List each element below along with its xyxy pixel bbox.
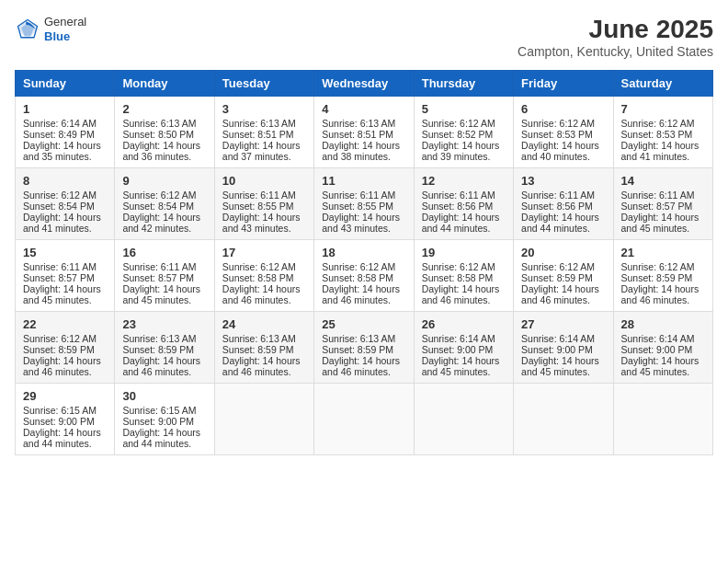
title-area: June 2025 Campton, Kentucky, United Stat… xyxy=(518,15,713,59)
calendar-cell: 1 Sunrise: 6:14 AM Sunset: 8:49 PM Dayli… xyxy=(16,97,115,168)
day-number: 26 xyxy=(422,317,506,331)
page-header: General Blue June 2025 Campton, Kentucky… xyxy=(15,15,713,59)
day-number: 8 xyxy=(23,174,107,188)
sunset-label: Sunset: 9:00 PM xyxy=(422,344,494,355)
daylight-label: Daylight: 14 hours and 44 minutes. xyxy=(521,212,599,234)
day-number: 1 xyxy=(23,102,107,116)
day-header-sunday: Sunday xyxy=(16,71,115,97)
day-number: 29 xyxy=(23,389,107,403)
calendar-cell: 6 Sunrise: 6:12 AM Sunset: 8:53 PM Dayli… xyxy=(514,97,613,168)
sunrise-label: Sunrise: 6:11 AM xyxy=(322,190,395,201)
daylight-label: Daylight: 14 hours and 40 minutes. xyxy=(521,140,599,162)
calendar-week-3: 15 Sunrise: 6:11 AM Sunset: 8:57 PM Dayl… xyxy=(16,240,713,312)
calendar-cell: 9 Sunrise: 6:12 AM Sunset: 8:54 PM Dayli… xyxy=(115,168,214,240)
sunrise-label: Sunrise: 6:11 AM xyxy=(422,190,495,201)
calendar-cell: 2 Sunrise: 6:13 AM Sunset: 8:50 PM Dayli… xyxy=(115,97,214,168)
calendar-cell: 27 Sunrise: 6:14 AM Sunset: 9:00 PM Dayl… xyxy=(514,312,613,384)
calendar-table: SundayMondayTuesdayWednesdayThursdayFrid… xyxy=(15,70,713,455)
sunset-label: Sunset: 8:52 PM xyxy=(422,129,494,140)
sunset-label: Sunset: 8:59 PM xyxy=(122,344,194,355)
day-number: 7 xyxy=(621,102,705,116)
sunrise-label: Sunrise: 6:14 AM xyxy=(422,333,495,344)
daylight-label: Daylight: 14 hours and 45 minutes. xyxy=(621,355,700,377)
sunset-label: Sunset: 8:59 PM xyxy=(322,344,393,355)
sunset-label: Sunset: 8:51 PM xyxy=(322,129,393,140)
calendar-cell: 7 Sunrise: 6:12 AM Sunset: 8:53 PM Dayli… xyxy=(613,97,712,168)
day-number: 27 xyxy=(521,317,605,331)
sunrise-label: Sunrise: 6:13 AM xyxy=(222,118,296,129)
daylight-label: Daylight: 14 hours and 46 minutes. xyxy=(621,283,700,305)
sunset-label: Sunset: 9:00 PM xyxy=(122,416,194,427)
sunrise-label: Sunrise: 6:13 AM xyxy=(322,333,395,344)
calendar-cell: 14 Sunrise: 6:11 AM Sunset: 8:57 PM Dayl… xyxy=(613,168,712,240)
sunrise-label: Sunrise: 6:15 AM xyxy=(122,405,196,416)
daylight-label: Daylight: 14 hours and 46 minutes. xyxy=(322,283,400,305)
logo-general: General xyxy=(44,15,86,29)
daylight-label: Daylight: 14 hours and 46 minutes. xyxy=(222,355,301,377)
sunset-label: Sunset: 8:58 PM xyxy=(222,272,294,283)
sunset-label: Sunset: 8:53 PM xyxy=(521,129,593,140)
day-number: 19 xyxy=(422,246,506,259)
daylight-label: Daylight: 14 hours and 36 minutes. xyxy=(122,140,200,162)
daylight-label: Daylight: 14 hours and 44 minutes. xyxy=(422,212,500,234)
calendar-cell: 30 Sunrise: 6:15 AM Sunset: 9:00 PM Dayl… xyxy=(115,384,214,455)
day-number: 11 xyxy=(322,174,405,188)
sunrise-label: Sunrise: 6:11 AM xyxy=(621,190,695,201)
daylight-label: Daylight: 14 hours and 45 minutes. xyxy=(23,283,101,305)
sunset-label: Sunset: 9:00 PM xyxy=(521,344,593,355)
calendar-body: 1 Sunrise: 6:14 AM Sunset: 8:49 PM Dayli… xyxy=(16,97,713,455)
calendar-cell: 11 Sunrise: 6:11 AM Sunset: 8:55 PM Dayl… xyxy=(314,168,414,240)
day-number: 21 xyxy=(621,246,705,259)
daylight-label: Daylight: 14 hours and 38 minutes. xyxy=(322,140,400,162)
logo-blue: Blue xyxy=(44,29,86,44)
calendar-week-5: 29 Sunrise: 6:15 AM Sunset: 9:00 PM Dayl… xyxy=(16,384,713,455)
page-subtitle: Campton, Kentucky, United States xyxy=(518,44,713,59)
calendar-cell xyxy=(514,384,613,455)
sunset-label: Sunset: 8:54 PM xyxy=(122,201,194,212)
daylight-label: Daylight: 14 hours and 43 minutes. xyxy=(222,212,301,234)
day-number: 28 xyxy=(621,317,705,331)
day-number: 10 xyxy=(222,174,306,188)
sunset-label: Sunset: 8:58 PM xyxy=(422,272,494,283)
calendar-header-row: SundayMondayTuesdayWednesdayThursdayFrid… xyxy=(16,71,713,97)
calendar-cell: 13 Sunrise: 6:11 AM Sunset: 8:56 PM Dayl… xyxy=(514,168,613,240)
daylight-label: Daylight: 14 hours and 41 minutes. xyxy=(621,140,700,162)
calendar-cell xyxy=(314,384,414,455)
day-number: 24 xyxy=(222,317,306,331)
day-number: 18 xyxy=(322,246,405,259)
day-header-thursday: Thursday xyxy=(414,71,513,97)
daylight-label: Daylight: 14 hours and 46 minutes. xyxy=(222,283,301,305)
calendar-cell: 22 Sunrise: 6:12 AM Sunset: 8:59 PM Dayl… xyxy=(16,312,115,384)
sunrise-label: Sunrise: 6:11 AM xyxy=(122,261,196,272)
sunset-label: Sunset: 8:59 PM xyxy=(222,344,294,355)
day-header-friday: Friday xyxy=(514,71,613,97)
sunset-label: Sunset: 9:00 PM xyxy=(621,344,693,355)
sunrise-label: Sunrise: 6:13 AM xyxy=(322,118,395,129)
sunset-label: Sunset: 8:53 PM xyxy=(621,129,693,140)
logo: General Blue xyxy=(15,15,86,43)
calendar-cell: 20 Sunrise: 6:12 AM Sunset: 8:59 PM Dayl… xyxy=(514,240,613,312)
daylight-label: Daylight: 14 hours and 46 minutes. xyxy=(122,355,200,377)
sunrise-label: Sunrise: 6:13 AM xyxy=(222,333,296,344)
daylight-label: Daylight: 14 hours and 43 minutes. xyxy=(322,212,400,234)
calendar-cell: 16 Sunrise: 6:11 AM Sunset: 8:57 PM Dayl… xyxy=(115,240,214,312)
day-number: 4 xyxy=(322,102,405,116)
day-number: 5 xyxy=(422,102,506,116)
calendar-cell xyxy=(613,384,712,455)
logo-icon xyxy=(15,17,40,42)
calendar-cell xyxy=(414,384,513,455)
sunset-label: Sunset: 9:00 PM xyxy=(23,416,95,427)
sunrise-label: Sunrise: 6:14 AM xyxy=(521,333,595,344)
day-number: 12 xyxy=(422,174,506,188)
calendar-cell: 15 Sunrise: 6:11 AM Sunset: 8:57 PM Dayl… xyxy=(16,240,115,312)
calendar-cell: 18 Sunrise: 6:12 AM Sunset: 8:58 PM Dayl… xyxy=(314,240,414,312)
calendar-cell: 8 Sunrise: 6:12 AM Sunset: 8:54 PM Dayli… xyxy=(16,168,115,240)
sunrise-label: Sunrise: 6:12 AM xyxy=(521,261,595,272)
sunset-label: Sunset: 8:59 PM xyxy=(621,272,693,283)
sunrise-label: Sunrise: 6:15 AM xyxy=(23,405,97,416)
sunset-label: Sunset: 8:57 PM xyxy=(621,201,693,212)
day-number: 30 xyxy=(122,389,206,403)
sunrise-label: Sunrise: 6:12 AM xyxy=(222,261,296,272)
sunset-label: Sunset: 8:57 PM xyxy=(23,272,95,283)
calendar-cell: 21 Sunrise: 6:12 AM Sunset: 8:59 PM Dayl… xyxy=(613,240,712,312)
